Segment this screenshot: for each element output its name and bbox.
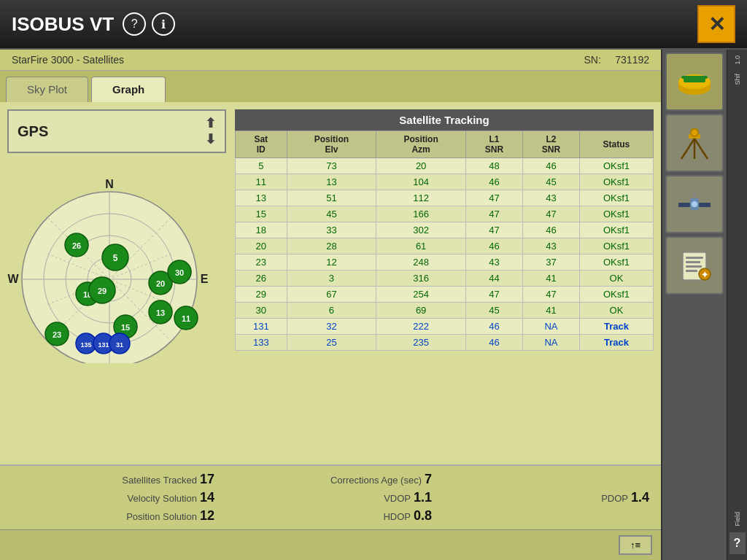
- cell-l2: NA: [522, 319, 579, 335]
- table-row: 26 3 316 44 41 OK: [236, 271, 654, 287]
- cell-l2: NA: [522, 335, 579, 351]
- far-right-top: 1.0: [734, 55, 741, 65]
- settings-notebook-icon: ✦: [673, 244, 716, 287]
- svg-text:11: 11: [182, 314, 190, 323]
- position-solution-value: 12: [200, 508, 214, 524]
- gps-selector[interactable]: GPS ⬆⬇: [7, 109, 226, 153]
- table-row: 30 6 69 45 41 OK: [236, 303, 654, 319]
- far-right-strip: 1.0 Shif Field ?: [727, 50, 747, 560]
- cell-l2: 41: [522, 271, 579, 287]
- gps-receiver-button[interactable]: [665, 52, 724, 111]
- cell-l2: 43: [522, 238, 579, 254]
- gps-arrows-icon[interactable]: ⬆⬇: [205, 115, 216, 147]
- tab-skyplot[interactable]: Sky Plot: [6, 77, 88, 102]
- cell-l1: 46: [465, 238, 522, 254]
- svg-rect-39: [678, 203, 690, 207]
- cell-sat-id: 26: [236, 271, 287, 287]
- close-button[interactable]: ✕: [697, 5, 735, 43]
- cell-status: OKsf1: [579, 206, 653, 222]
- tab-graph[interactable]: Graph: [91, 77, 166, 102]
- position-solution-label: Position Solution: [126, 511, 197, 522]
- cell-l1: 47: [465, 222, 522, 238]
- cell-sat-id: 18: [236, 222, 287, 238]
- cell-l1: 47: [465, 287, 522, 303]
- col-pos-elv: PositionElv: [287, 131, 376, 158]
- cell-elv: 67: [287, 287, 376, 303]
- cell-azm: 69: [376, 303, 466, 319]
- svg-text:29: 29: [98, 287, 107, 295]
- cell-l1: 43: [465, 254, 522, 271]
- svg-text:E: E: [201, 273, 209, 285]
- cell-l1: 44: [465, 271, 522, 287]
- col-l2-snr: L2SNR: [522, 131, 579, 158]
- cell-sat-id: 131: [236, 319, 287, 335]
- cell-elv: 3: [287, 271, 376, 287]
- vdop-row: VDOP 1.1: [229, 490, 432, 505]
- satellite-table-area: Satellite Tracking SatID PositionElv Pos…: [235, 109, 654, 525]
- cell-l1: 47: [465, 206, 522, 222]
- svg-text:15: 15: [121, 323, 130, 332]
- cell-l1: 48: [465, 158, 522, 174]
- cell-azm: 235: [376, 335, 466, 351]
- radar-container: N S W E 26 18 20: [7, 159, 212, 363]
- cell-elv: 51: [287, 190, 376, 206]
- title-bar: ISOBUS VT ? ℹ ✕: [0, 0, 747, 50]
- cell-elv: 25: [287, 335, 376, 351]
- cell-l1: 46: [465, 319, 522, 335]
- svg-point-37: [691, 129, 698, 136]
- radar-svg: N S W E 26 18 20: [7, 159, 212, 363]
- satellites-tracked-label: Satellites Tracked: [122, 475, 197, 486]
- position-solution-row: Position Solution 12: [12, 508, 214, 524]
- hdop-value: 0.8: [414, 508, 432, 524]
- hdop-label: HDOP: [383, 511, 411, 522]
- settings-button[interactable]: ✦: [665, 236, 724, 295]
- cell-status: OKsf1: [579, 158, 653, 174]
- cell-azm: 248: [376, 254, 466, 271]
- table-row: 5 73 20 48 46 OKsf1: [236, 158, 654, 174]
- cell-status: OKsf1: [579, 287, 653, 303]
- table-row: 29 67 254 47 47 OKsf1: [236, 287, 654, 303]
- info-icon[interactable]: ℹ: [152, 12, 175, 36]
- svg-text:26: 26: [72, 241, 81, 250]
- cell-elv: 32: [287, 319, 376, 335]
- help-icon[interactable]: ?: [123, 12, 146, 36]
- svg-line-36: [694, 139, 708, 159]
- table-row: 20 28 61 46 43 OKsf1: [236, 238, 654, 254]
- velocity-solution-value: 14: [200, 490, 214, 505]
- cell-sat-id: 11: [236, 174, 287, 190]
- cell-status: OK: [579, 271, 653, 287]
- table-row: 133 25 235 46 NA Track: [236, 335, 654, 351]
- surveyor-button[interactable]: [665, 114, 724, 172]
- question-mark-button[interactable]: ?: [729, 532, 746, 554]
- svg-text:13: 13: [156, 308, 165, 317]
- col-sat-id: SatID: [236, 131, 287, 158]
- cell-status: OKsf1: [579, 174, 653, 190]
- svg-text:W: W: [7, 273, 19, 285]
- svg-rect-44: [686, 257, 703, 259]
- list-view-button[interactable]: ↑≡: [619, 535, 652, 555]
- satellites-tracked-row: Satellites Tracked 17: [12, 472, 214, 487]
- gps-receiver-icon: [673, 60, 716, 104]
- cell-elv: 28: [287, 238, 376, 254]
- cell-elv: 73: [287, 158, 376, 174]
- svg-line-34: [681, 139, 694, 159]
- cell-l2: 37: [522, 254, 579, 271]
- cell-azm: 316: [376, 271, 466, 287]
- svg-text:135: 135: [80, 341, 91, 349]
- device-label: StarFire 3000 - Satellites: [12, 54, 124, 66]
- table-row: 131 32 222 46 NA Track: [236, 319, 654, 335]
- bottom-stats: Satellites Tracked 17 Corrections Age (s…: [0, 464, 661, 529]
- svg-text:5: 5: [113, 253, 118, 263]
- svg-text:31: 31: [116, 341, 123, 349]
- sn-value: 731192: [615, 54, 649, 66]
- svg-text:23: 23: [53, 330, 61, 339]
- cell-status: OKsf1: [579, 238, 653, 254]
- table-row: 15 45 166 47 47 OKsf1: [236, 206, 654, 222]
- table-row: 18 33 302 47 46 OKsf1: [236, 222, 654, 238]
- cell-l1: 45: [465, 303, 522, 319]
- pdop-row: PDOP 1.4: [446, 490, 649, 505]
- corrections-age-row: Corrections Age (sec) 7: [229, 472, 432, 487]
- satellite-button[interactable]: [665, 175, 724, 233]
- corrections-age-value: 7: [425, 472, 432, 487]
- left-panel: StarFire 3000 - Satellites SN: 731192 Sk…: [0, 50, 661, 560]
